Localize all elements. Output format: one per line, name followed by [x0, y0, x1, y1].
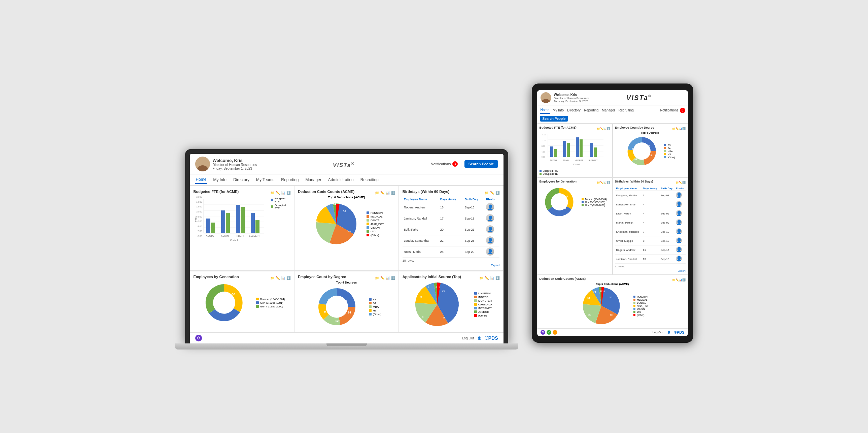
tablet-settings-icon[interactable]: ⚙ [540, 330, 545, 335]
table-icon-2[interactable]: 📊 [386, 191, 390, 195]
folder-icon-5[interactable]: 📁 [375, 276, 379, 280]
tablet-nav-reporting[interactable]: Reporting [583, 107, 599, 114]
welcome-date: Friday, September 1, 2023 [213, 167, 257, 171]
table-row: Longacker, Brian4 [615, 200, 686, 209]
svg-rect-12 [221, 211, 225, 233]
info-icon-5[interactable]: ℹ️ [391, 276, 395, 280]
table-icon-5[interactable]: 📊 [386, 276, 390, 280]
info-icon[interactable]: ℹ️ [286, 191, 290, 195]
tablet-logo: VISTa® [593, 94, 685, 102]
tablet-col-photo: Photo [675, 186, 685, 191]
table-icon[interactable]: 📊 [281, 191, 285, 195]
tablet-nav: Home My Info Directory Reporting Manager… [537, 105, 688, 124]
svg-text:8: 8 [422, 315, 424, 318]
svg-rect-16 [251, 213, 255, 233]
folder-icon-4[interactable]: 📁 [270, 276, 274, 280]
avatar [195, 157, 210, 172]
table-row: Douglass, Martha3Sep-08 [615, 191, 686, 200]
table-row: Litvin, Milton4Sep-09 [615, 209, 686, 218]
tablet-logout-text[interactable]: Log Out [653, 331, 663, 334]
table-icon-6[interactable]: 📊 [490, 276, 494, 280]
nav-recruiting[interactable]: Recruiting [360, 176, 379, 184]
table-icon-4[interactable]: 📊 [281, 276, 285, 280]
svg-point-49 [542, 99, 550, 103]
tablet-widget-icons-bday: 📁✏️ℹ️ [676, 181, 686, 184]
svg-rect-56 [550, 147, 553, 157]
nav-reporting[interactable]: Reporting [280, 176, 299, 184]
col-birth-day: Birth Day [463, 197, 485, 202]
nav-directory[interactable]: Directory [232, 176, 250, 184]
edit-icon-4[interactable]: ✏️ [276, 276, 280, 280]
tablet-export-link[interactable]: Export [615, 269, 686, 272]
widget-icons-2: 📁 ✏️ 📊 ℹ️ [375, 191, 395, 195]
svg-text:8.00: 8.00 [541, 145, 545, 147]
nav-myteams[interactable]: My Teams [255, 176, 275, 184]
tablet-search-people-button[interactable]: Search People [540, 116, 568, 122]
tablet-nav-myinfo[interactable]: My Info [552, 107, 564, 114]
svg-text:ADMIN: ADMIN [221, 235, 228, 237]
person-photo [486, 236, 494, 244]
tablet-degree-chart-container: 37 24 12 9 7 BS BA MBA HS [615, 134, 686, 168]
export-link[interactable]: Export [403, 264, 500, 267]
person-photo [486, 247, 494, 255]
info-icon-3[interactable]: ℹ️ [495, 191, 499, 195]
tablet-degree-title: Employee Count by Degree [615, 126, 654, 129]
tablet-gen-title: Employees by Generation [539, 180, 577, 183]
info-icon-6[interactable]: ℹ️ [495, 276, 499, 280]
edit-icon-3[interactable]: ✏️ [490, 191, 494, 195]
svg-text:14: 14 [602, 290, 605, 292]
tablet-ded-chart-container: 56 40 35 34 24 18 14 PENSION MEDICA [539, 285, 686, 326]
table-row: Rogers, Andrew11Sep-16 [615, 245, 686, 254]
search-people-button[interactable]: Search People [464, 160, 498, 168]
tablet-photo [676, 246, 682, 252]
nav-myinfo[interactable]: My Info [213, 176, 227, 184]
tablet-widget-degree: Employee Count by Degree 📁✏️📊ℹ️ Top 4 De… [613, 124, 688, 178]
logout-text[interactable]: Log Out [462, 336, 474, 340]
svg-text:9: 9 [443, 316, 445, 319]
table-row: Rossi, Maria 28 Sep-29 [403, 246, 500, 257]
gen-chart-container: 34 32 18 Boomer (1946-1964) Gen X (1965-… [193, 281, 291, 324]
table-row: Jamison, Randall13Sep-18 [615, 254, 686, 264]
svg-text:9: 9 [632, 148, 633, 150]
svg-text:12.00: 12.00 [541, 140, 546, 142]
nav-home[interactable]: Home [195, 176, 207, 184]
folder-icon-3[interactable]: 📁 [485, 191, 489, 195]
tablet-nav-directory[interactable]: Directory [566, 107, 581, 114]
edit-icon-6[interactable]: ✏️ [485, 276, 489, 280]
svg-rect-62 [590, 143, 593, 157]
applicants-pie-svg: 10 9 8 8 2 2 2 [410, 281, 471, 328]
edit-icon-5[interactable]: ✏️ [380, 276, 384, 280]
notifications-btn[interactable]: Notifications 3 [431, 161, 458, 167]
tablet-check-icon[interactable]: ✓ [547, 330, 551, 335]
tablet-widget-icons-fte: 📁✏️📊ℹ️ [597, 127, 610, 130]
folder-icon[interactable]: 📁 [270, 191, 274, 195]
info-icon-2[interactable]: ℹ️ [391, 191, 395, 195]
settings-icon[interactable]: ⚙ [195, 335, 202, 341]
svg-text:Control: Control [230, 239, 238, 241]
tablet-alert-icon[interactable]: ! [553, 330, 557, 335]
edit-icon[interactable]: ✏️ [276, 191, 280, 195]
edit-icon-2[interactable]: ✏️ [380, 191, 384, 195]
info-icon-4[interactable]: ℹ️ [286, 276, 290, 280]
svg-point-1 [197, 165, 208, 172]
svg-text:0.00: 0.00 [541, 156, 545, 158]
tablet-widget-deduction: Deduction Code Counts (ACME) 📁✏️📊ℹ️ Top … [537, 275, 688, 328]
widget-icons-3: 📁 ✏️ ℹ️ [485, 191, 499, 195]
svg-text:56: 56 [343, 210, 346, 213]
svg-text:9: 9 [324, 310, 326, 313]
svg-text:12: 12 [335, 319, 339, 322]
folder-icon-2[interactable]: 📁 [375, 191, 379, 195]
tablet-nav-manager[interactable]: Manager [601, 107, 616, 114]
folder-icon-6[interactable]: 📁 [479, 276, 483, 280]
tablet-avatar [540, 92, 551, 103]
svg-text:34: 34 [232, 292, 235, 296]
deduction-pie-svg: 56 40 35 34 24 18 14 [309, 200, 363, 247]
nav-administration[interactable]: Administration [328, 176, 354, 184]
nav-manager[interactable]: Manager [305, 176, 322, 184]
tablet-nav-home[interactable]: Home [540, 107, 550, 114]
tablet-nav-recruiting[interactable]: Recruiting [618, 107, 634, 114]
svg-text:18: 18 [330, 202, 333, 205]
tablet-notifications[interactable]: Notifications 3 [660, 108, 685, 113]
svg-text:4.00: 4.00 [541, 151, 545, 153]
y-axis: 16.0014.0012.0010.008.006.004.002.000.00 [193, 196, 203, 237]
